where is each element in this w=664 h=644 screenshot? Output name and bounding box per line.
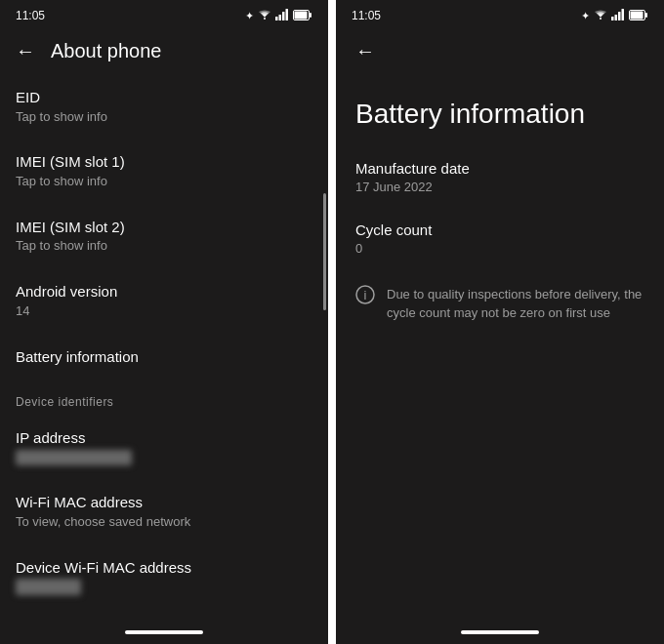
right-panel: 11:05 ✦ (336, 0, 664, 644)
info-box: i Due to quality inspections before deli… (355, 269, 644, 339)
status-time-left: 11:05 (16, 9, 45, 22)
eid-value: Tap to show info (16, 109, 312, 126)
device-wifi-mac-label: Device Wi-Fi MAC address (16, 558, 312, 578)
device-identifiers-header: Device identifiers (0, 380, 328, 415)
battery-info-label: Battery information (16, 347, 312, 367)
device-wifi-mac-value: aa:bb:cc:dd (16, 579, 312, 595)
svg-rect-1 (275, 17, 278, 20)
back-button-left[interactable]: ← (16, 40, 35, 62)
ip-address-value: 192.168.1.1 fe80::1 (16, 450, 312, 466)
device-wifi-mac-blurred: aa:bb:cc:dd (16, 579, 81, 595)
device-wifi-mac-item[interactable]: Device Wi-Fi MAC address aa:bb:cc:dd (0, 544, 328, 609)
battery-info-title: Battery information (355, 98, 644, 131)
cycle-count-label: Cycle count (355, 221, 644, 238)
imei1-label: IMEI (SIM slot 1) (16, 152, 312, 172)
svg-rect-6 (310, 13, 311, 18)
imei2-value: Tap to show info (16, 238, 312, 255)
imei1-value: Tap to show info (16, 174, 312, 190)
wifi-icon-right (594, 9, 607, 22)
ip-blurred: 192.168.1.1 fe80::1 (16, 450, 132, 466)
top-bar-left: ← About phone (0, 27, 328, 74)
settings-list: EID Tap to show info IMEI (SIM slot 1) T… (0, 74, 328, 624)
imei2-item[interactable]: IMEI (SIM slot 2) Tap to show info (0, 204, 328, 268)
back-button-right[interactable]: ← (355, 40, 375, 62)
info-text: Due to quality inspections before delive… (387, 285, 644, 323)
svg-rect-15 (631, 11, 643, 19)
svg-rect-7 (295, 11, 308, 19)
info-icon: i (355, 285, 375, 309)
svg-rect-10 (615, 15, 618, 20)
wifi-mac-item[interactable]: Wi-Fi MAC address To view, choose saved … (0, 479, 328, 543)
svg-rect-14 (645, 13, 647, 18)
imei2-label: IMEI (SIM slot 2) (16, 218, 312, 237)
satellite-icon: ✦ (245, 10, 254, 22)
svg-rect-12 (622, 9, 625, 20)
nav-bar-right (461, 630, 539, 634)
svg-text:i: i (364, 288, 367, 302)
android-version-value: 14 (16, 303, 312, 320)
nav-pill-left (0, 624, 328, 644)
cycle-count-value: 0 (355, 241, 644, 256)
manufacture-date-label: Manufacture date (355, 160, 644, 177)
manufacture-date-field: Manufacture date 17 June 2022 (355, 146, 644, 208)
status-bar-right: 11:05 ✦ (336, 0, 664, 27)
status-time-right: 11:05 (352, 9, 381, 22)
battery-content: Manufacture date 17 June 2022 Cycle coun… (336, 146, 664, 339)
svg-rect-4 (286, 9, 289, 20)
android-version-item[interactable]: Android version 14 (0, 268, 328, 333)
wifi-mac-label: Wi-Fi MAC address (16, 493, 312, 512)
manufacture-date-value: 17 June 2022 (355, 180, 644, 194)
page-title-left: About phone (51, 40, 161, 62)
android-version-label: Android version (16, 282, 312, 302)
eid-label: EID (16, 88, 312, 107)
battery-icon-left (293, 10, 312, 22)
top-bar-right: ← (336, 27, 664, 74)
eid-item[interactable]: EID Tap to show info (0, 74, 328, 139)
svg-rect-11 (618, 12, 621, 20)
svg-rect-3 (282, 12, 285, 20)
left-panel: 11:05 ✦ (0, 0, 328, 644)
svg-rect-2 (279, 15, 282, 20)
wifi-mac-value: To view, choose saved network (16, 514, 312, 531)
svg-rect-9 (611, 17, 614, 20)
nav-pill-right (336, 624, 664, 644)
nav-bar-left (125, 630, 203, 634)
imei1-item[interactable]: IMEI (SIM slot 1) Tap to show info (0, 139, 328, 203)
panel-divider (328, 0, 336, 644)
svg-point-0 (264, 18, 266, 20)
battery-info-item[interactable]: Battery information (0, 334, 328, 381)
svg-point-8 (600, 18, 602, 20)
scroll-indicator (323, 193, 326, 310)
battery-title-section: Battery information (336, 74, 664, 146)
status-icons-right: ✦ (581, 9, 648, 22)
satellite-icon-right: ✦ (581, 10, 590, 22)
bluetooth-address-item[interactable]: Bluetooth address aa:bb:cc:dd:ee (0, 609, 328, 624)
signal-icon-left (275, 9, 289, 22)
signal-icon-right (611, 9, 625, 22)
ip-address-label: IP address (16, 428, 312, 448)
status-bar-left: 11:05 ✦ (0, 0, 328, 27)
battery-icon-right (629, 10, 648, 22)
wifi-icon-left (258, 9, 271, 22)
cycle-count-field: Cycle count 0 (355, 208, 644, 269)
status-icons-left: ✦ (245, 9, 312, 22)
ip-address-item[interactable]: IP address 192.168.1.1 fe80::1 (0, 415, 328, 479)
